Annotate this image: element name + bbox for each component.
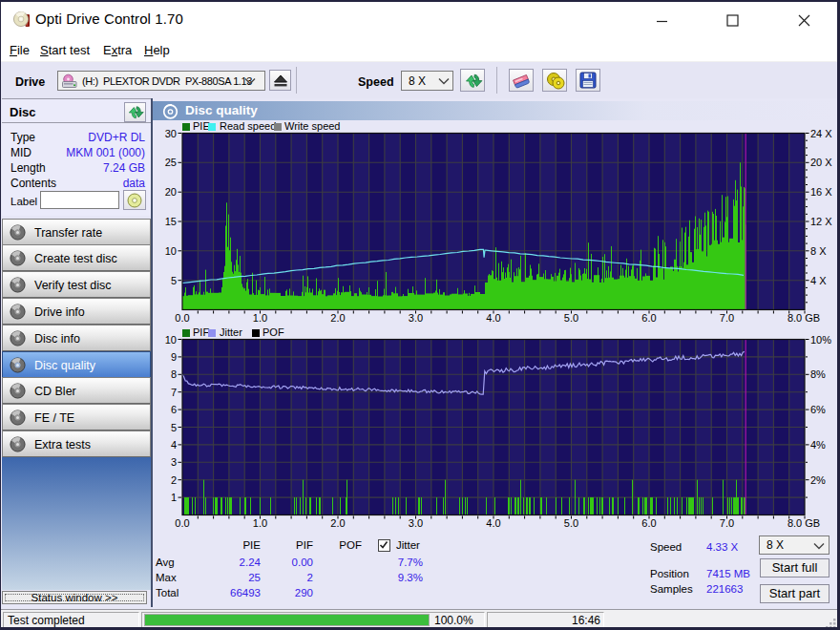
svg-text:10: 10 <box>165 245 177 257</box>
svg-text:2: 2 <box>171 474 177 486</box>
svg-text:8: 8 <box>171 368 177 380</box>
svg-text:4: 4 <box>171 439 177 451</box>
svg-text:4%: 4% <box>810 439 826 451</box>
svg-text:6%: 6% <box>810 404 826 415</box>
svg-text:5: 5 <box>171 422 177 433</box>
svg-text:9: 9 <box>171 351 177 363</box>
svg-text:0.0: 0.0 <box>175 312 189 324</box>
svg-text:10%: 10% <box>810 334 831 346</box>
svg-text:4 X: 4 X <box>810 275 827 286</box>
svg-text:20: 20 <box>165 186 177 198</box>
svg-text:15: 15 <box>165 216 177 227</box>
svg-text:1: 1 <box>171 492 177 503</box>
svg-text:20 X: 20 X <box>810 157 832 168</box>
svg-text:12 X: 12 X <box>810 216 832 227</box>
svg-text:8 X: 8 X <box>810 245 827 257</box>
svg-text:8.0 GB: 8.0 GB <box>788 312 820 324</box>
svg-text:2%: 2% <box>810 474 826 486</box>
svg-text:24 X: 24 X <box>810 128 832 139</box>
svg-text:5: 5 <box>171 275 177 286</box>
svg-text:0.0: 0.0 <box>175 517 189 529</box>
svg-text:8.0 GB: 8.0 GB <box>788 517 820 529</box>
svg-text:3: 3 <box>171 456 177 468</box>
svg-text:10: 10 <box>165 334 177 346</box>
svg-text:25: 25 <box>165 157 177 168</box>
svg-text:7: 7 <box>171 387 177 398</box>
svg-text:16 X: 16 X <box>810 186 832 198</box>
svg-text:6: 6 <box>171 404 177 415</box>
svg-text:30: 30 <box>165 128 177 139</box>
svg-text:8%: 8% <box>810 368 826 380</box>
